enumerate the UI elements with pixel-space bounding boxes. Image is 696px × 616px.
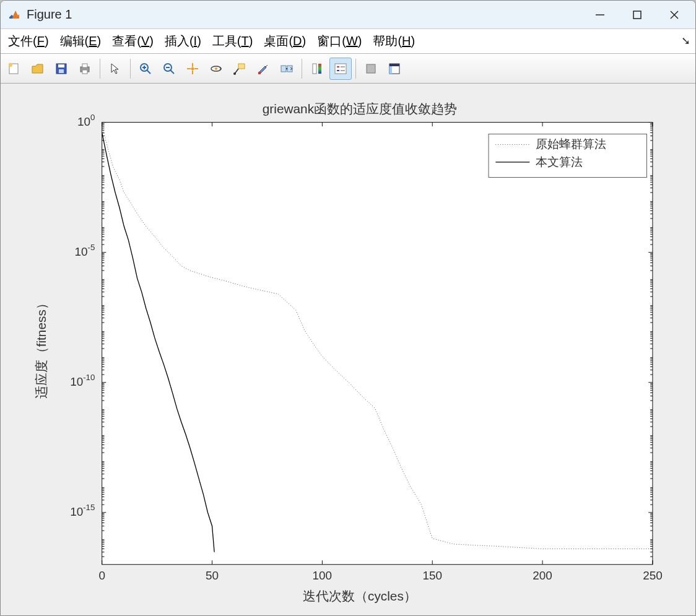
x-axis-label: 迭代次数（cycles） [303, 589, 417, 603]
svg-rect-25 [281, 66, 286, 72]
zoom-out-button[interactable] [158, 58, 180, 80]
pan-button[interactable] [181, 58, 204, 80]
legend-entry: 本文算法 [536, 155, 583, 168]
y-tick-label: 10-5 [75, 243, 95, 258]
menu-tools[interactable]: 工具(T) [209, 30, 257, 52]
menu-window[interactable]: 窗口(W) [313, 30, 365, 52]
y-tick-label: 10-15 [70, 503, 95, 518]
x-tick-label: 150 [422, 569, 442, 582]
x-tick-label: 50 [206, 569, 219, 582]
brush-button[interactable] [252, 58, 274, 80]
x-tick-label: 100 [313, 569, 333, 582]
data-cursor-button[interactable] [228, 58, 251, 80]
dock-arrow-icon[interactable]: ➘ [681, 34, 690, 48]
plot-svg: griewank函数的适应度值收敛趋势 适应度（fitness） 迭代次数（cy… [13, 96, 683, 605]
svg-rect-28 [318, 64, 321, 74]
titlebar: Figure 1 [1, 1, 695, 29]
svg-rect-8 [59, 69, 64, 73]
svg-rect-36 [389, 64, 399, 66]
figure-canvas[interactable]: griewank函数的适应度值收敛趋势 适应度（fitness） 迭代次数（cy… [1, 84, 695, 615]
svg-rect-38 [102, 123, 653, 565]
show-plot-tools-button[interactable] [383, 58, 406, 80]
svg-rect-24 [258, 72, 261, 74]
svg-point-5 [9, 63, 12, 67]
print-button[interactable] [74, 58, 96, 80]
menu-help[interactable]: 帮助(H) [369, 30, 419, 52]
svg-rect-10 [82, 64, 87, 67]
y-tick-label: 100 [77, 113, 95, 128]
x-tick-label: 0 [98, 569, 105, 582]
matlab-app-icon [7, 7, 22, 22]
y-axis-label: 适应度（fitness） [34, 297, 48, 399]
y-tick-label: 10-10 [70, 373, 95, 388]
x-tick-label: 250 [643, 569, 663, 582]
menu-view[interactable]: 查看(V) [108, 30, 157, 52]
menu-insert[interactable]: 插入(I) [161, 30, 205, 52]
close-button[interactable] [656, 1, 693, 29]
axes[interactable]: griewank函数的适应度值收敛趋势 适应度（fitness） 迭代次数（cy… [13, 96, 683, 605]
save-button[interactable] [50, 58, 72, 80]
link-plots-button[interactable] [276, 58, 298, 80]
zoom-in-button[interactable] [134, 58, 157, 80]
legend-button[interactable] [329, 58, 352, 80]
pointer-button[interactable] [104, 58, 126, 80]
chart-title: griewank函数的适应度值收敛趋势 [263, 102, 457, 116]
x-tick-label: 200 [533, 569, 552, 582]
rotate-3d-button[interactable] [205, 58, 227, 80]
minimize-button[interactable] [581, 1, 619, 29]
svg-rect-11 [82, 70, 87, 74]
svg-rect-7 [58, 64, 64, 67]
maximize-button[interactable] [619, 1, 656, 29]
menubar: 文件(F) 编辑(E) 查看(V) 插入(I) 工具(T) 桌面(D) 窗口(W… [1, 29, 695, 54]
toolbar [1, 54, 695, 84]
new-figure-button[interactable] [3, 58, 25, 80]
hide-plot-tools-button[interactable] [360, 58, 382, 80]
svg-rect-26 [287, 66, 292, 72]
svg-rect-34 [367, 64, 375, 73]
svg-rect-37 [389, 66, 392, 74]
legend-entry: 原始蜂群算法 [536, 137, 606, 150]
svg-rect-1 [633, 11, 641, 19]
open-button[interactable] [27, 58, 49, 80]
svg-line-17 [170, 70, 174, 74]
menu-file[interactable]: 文件(F) [4, 30, 53, 52]
svg-rect-27 [313, 64, 316, 74]
svg-point-23 [233, 72, 236, 75]
window-title: Figure 1 [27, 7, 72, 22]
colorbar-button[interactable] [306, 58, 328, 80]
menu-desktop[interactable]: 桌面(D) [260, 30, 310, 52]
menu-edit[interactable]: 编辑(E) [56, 30, 105, 52]
svg-rect-22 [238, 64, 245, 69]
legend[interactable]: 原始蜂群算法本文算法 [489, 134, 646, 177]
svg-rect-29 [335, 64, 346, 74]
figure-window: Figure 1 文件(F) 编辑(E) 查看(V) 插入(I) 工具(T) 桌… [0, 0, 696, 616]
svg-line-13 [147, 70, 150, 74]
svg-point-19 [191, 67, 194, 70]
svg-point-21 [215, 67, 217, 70]
